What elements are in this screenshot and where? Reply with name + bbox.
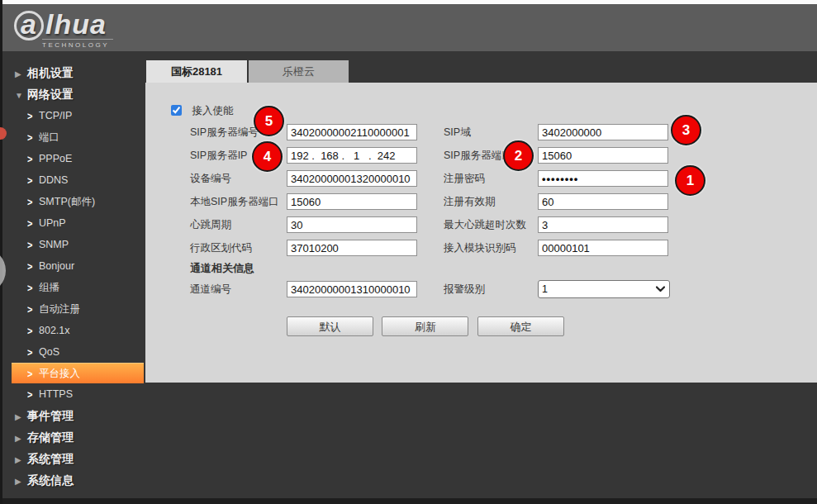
sidebar-item-label: TCP/IP [39, 110, 72, 121]
max-heartbeat-timeout-label: 最大心跳超时次数 [444, 218, 538, 232]
sidebar-item-label: DDNS [39, 174, 68, 186]
logo-wordmark: alhua [14, 9, 113, 40]
callout-4: 4 [252, 141, 283, 172]
sidebar-item-label: 系统信息 [27, 473, 74, 487]
triangle-right-icon: ▶ [15, 428, 27, 449]
tab-lechengyun[interactable]: 乐橙云 [249, 60, 349, 83]
sidebar: ▶相机设置 ▼网络设置 >TCP/IP >端口 >PPPoE >DDNS >SM… [2, 51, 145, 498]
confirm-button[interactable]: 确定 [477, 316, 564, 336]
logo-rest: lhua [45, 8, 107, 40]
admin-region-code-input[interactable] [287, 240, 417, 256]
sidebar-item-bonjour[interactable]: >Bonjour [2, 255, 145, 277]
sidebar-item-label: 自动注册 [39, 303, 80, 315]
alarm-level-label: 报警级别 [444, 283, 538, 297]
refresh-button[interactable]: 刷新 [382, 316, 468, 336]
sidebar-item-https[interactable]: >HTTPS [2, 383, 145, 405]
triangle-right-icon: ▶ [15, 449, 27, 471]
enable-row: 接入使能 [171, 104, 233, 117]
sip-server-id-input[interactable] [287, 124, 417, 140]
header: alhua TECHNOLOGY [2, 4, 817, 51]
content-panel: 接入使能 SIP服务器编号 SIP域 SIP服务器IP SIP服务器端口 设备编… [145, 83, 817, 383]
sidebar-item-8021x[interactable]: >802.1x [2, 320, 145, 341]
sidebar-item-qos[interactable]: >QoS [2, 341, 145, 363]
register-validity-input[interactable] [538, 193, 668, 210]
sidebar-item-label: 网络设置 [27, 88, 74, 101]
sidebar-item-label: 802.1x [39, 325, 70, 336]
sidebar-item-label: 事件管理 [27, 409, 74, 422]
callout-3: 3 [671, 115, 701, 145]
sip-server-ip-input[interactable] [287, 147, 417, 164]
sidebar-item-label: 平台接入 [39, 368, 80, 379]
triangle-down-icon: ▼ [15, 85, 27, 107]
sidebar-item-multicast[interactable]: >组播 [2, 277, 145, 298]
tab-gb28181[interactable]: 国标28181 [146, 60, 247, 83]
sip-domain-label: SIP域 [444, 126, 538, 140]
sidebar-item-label: SNMP [39, 239, 69, 250]
sidebar-item-label: HTTPS [39, 388, 73, 400]
access-enable-checkbox[interactable] [171, 105, 182, 116]
logo-a-ring: a [14, 11, 44, 40]
device-id-label: 设备编号 [190, 172, 287, 186]
register-validity-label: 注册有效期 [444, 195, 538, 209]
sidebar-item-label: 系统管理 [27, 452, 74, 465]
page: alhua TECHNOLOGY ▶相机设置 ▼网络设置 >TCP/IP >端口… [0, 0, 817, 504]
triangle-right-icon: ▶ [15, 407, 27, 428]
alarm-level-select-wrap: 1 [538, 280, 670, 298]
alarm-level-select[interactable]: 1 [538, 280, 670, 298]
channel-id-label: 通道编号 [190, 283, 287, 297]
register-password-input[interactable] [538, 170, 668, 187]
channel-form: 通道编号 报警级别 1 [190, 278, 670, 301]
local-sip-port-label: 本地SIP服务器端口 [190, 195, 287, 209]
sidebar-item-label: SMTP(邮件) [39, 196, 95, 207]
sidebar-item-snmp[interactable]: >SNMP [2, 234, 145, 255]
triangle-right-icon: ▶ [15, 471, 27, 492]
chevron-right-icon: > [27, 382, 39, 407]
heartbeat-period-input[interactable] [287, 216, 417, 233]
sidebar-item-label: 存储管理 [27, 430, 74, 444]
sidebar-item-event-management[interactable]: ▶事件管理 [2, 405, 145, 426]
access-module-id-input[interactable] [538, 240, 668, 256]
sidebar-item-smtp[interactable]: >SMTP(邮件) [2, 191, 145, 212]
sidebar-item-system-info[interactable]: ▶系统信息 [2, 469, 145, 491]
local-sip-port-input[interactable] [287, 193, 417, 210]
sidebar-item-port[interactable]: >端口 [2, 126, 145, 148]
channel-id-input[interactable] [287, 281, 417, 297]
callout-1: 1 [675, 165, 705, 196]
sidebar-item-label: 相机设置 [27, 66, 74, 79]
access-enable-label: 接入使能 [192, 105, 233, 116]
sidebar-item-ddns[interactable]: >DDNS [2, 169, 145, 191]
dahua-logo: alhua TECHNOLOGY [14, 9, 113, 49]
heartbeat-period-label: 心跳周期 [190, 218, 287, 232]
bottom-strip [2, 498, 817, 504]
sidebar-item-camera-settings[interactable]: ▶相机设置 [2, 62, 145, 83]
register-password-label: 注册密码 [444, 172, 538, 186]
sidebar-item-auto-register[interactable]: >自动注册 [2, 298, 145, 320]
sip-domain-input[interactable] [538, 124, 668, 140]
sidebar-item-tcpip[interactable]: >TCP/IP [2, 105, 145, 126]
sidebar-item-label: QoS [39, 346, 59, 358]
max-heartbeat-timeout-input[interactable] [538, 216, 668, 233]
sidebar-item-label: Bonjour [39, 260, 74, 272]
default-button[interactable]: 默认 [287, 316, 373, 336]
sidebar-item-system-management[interactable]: ▶系统管理 [2, 448, 145, 469]
sidebar-item-label: UPnP [39, 217, 66, 229]
sidebar-item-storage-management[interactable]: ▶存储管理 [2, 426, 145, 448]
device-id-input[interactable] [287, 170, 417, 187]
chevron-right-icon: > [27, 340, 39, 364]
sip-server-port-input[interactable] [538, 147, 668, 164]
callout-2: 2 [503, 140, 534, 171]
sidebar-item-platform-access[interactable]: >平台接入 [12, 363, 144, 383]
access-module-id-label: 接入模块识别码 [444, 241, 538, 255]
sidebar-item-label: 组播 [39, 282, 59, 293]
callout-5: 5 [254, 106, 284, 136]
channel-section-title: 通道相关信息 [190, 261, 254, 276]
triangle-right-icon: ▶ [15, 64, 27, 85]
sidebar-item-pppoe[interactable]: >PPPoE [2, 148, 145, 169]
sidebar-item-upnp[interactable]: >UPnP [2, 212, 145, 234]
admin-region-code-label: 行政区划代码 [190, 241, 287, 255]
sidebar-item-label: PPPoE [39, 153, 72, 164]
sidebar-item-label: 端口 [39, 131, 59, 143]
button-row: 默认 刷新 确定 [287, 316, 569, 336]
sidebar-item-network-settings[interactable]: ▼网络设置 [2, 83, 145, 105]
